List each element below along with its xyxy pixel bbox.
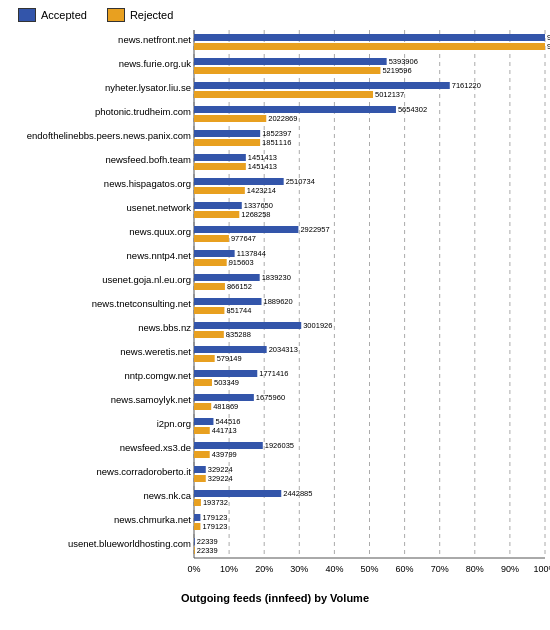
svg-text:1839230: 1839230 xyxy=(262,273,291,282)
svg-rect-105 xyxy=(194,418,213,425)
svg-rect-110 xyxy=(194,442,263,449)
svg-text:70%: 70% xyxy=(431,564,449,574)
svg-rect-60 xyxy=(194,202,242,209)
svg-text:1451413: 1451413 xyxy=(248,153,277,162)
svg-rect-65 xyxy=(194,226,298,233)
svg-text:100%: 100% xyxy=(533,564,550,574)
svg-text:nyheter.lysator.liu.se: nyheter.lysator.liu.se xyxy=(105,82,191,93)
svg-rect-42 xyxy=(194,115,266,122)
svg-text:1852397: 1852397 xyxy=(262,129,291,138)
svg-text:photonic.trudheim.com: photonic.trudheim.com xyxy=(95,106,191,117)
svg-rect-52 xyxy=(194,163,246,170)
svg-text:news.furie.org.uk: news.furie.org.uk xyxy=(119,58,192,69)
svg-text:0%: 0% xyxy=(187,564,200,574)
svg-rect-127 xyxy=(194,523,200,530)
svg-text:endofthelinebbs.peers.news.pan: endofthelinebbs.peers.news.panix.com xyxy=(27,130,191,141)
svg-text:1926035: 1926035 xyxy=(265,441,294,450)
svg-text:news.bbs.nz: news.bbs.nz xyxy=(138,322,191,333)
svg-text:20%: 20% xyxy=(255,564,273,574)
svg-text:news.hispagatos.org: news.hispagatos.org xyxy=(104,178,191,189)
svg-rect-102 xyxy=(194,403,211,410)
chart-container: Accepted Rejected 0%10%20%30%40%50%60%70… xyxy=(0,0,550,630)
svg-text:90%: 90% xyxy=(501,564,519,574)
svg-rect-70 xyxy=(194,250,235,257)
svg-text:news.quux.org: news.quux.org xyxy=(129,226,191,237)
svg-text:news.nntp4.net: news.nntp4.net xyxy=(127,250,192,261)
svg-text:news.nk.ca: news.nk.ca xyxy=(143,490,191,501)
svg-rect-130 xyxy=(194,538,195,545)
svg-rect-50 xyxy=(194,154,246,161)
svg-rect-30 xyxy=(194,58,387,65)
svg-rect-117 xyxy=(194,475,206,482)
svg-rect-125 xyxy=(194,514,200,521)
svg-text:5654302: 5654302 xyxy=(398,105,427,114)
svg-text:30%: 30% xyxy=(290,564,308,574)
svg-text:50%: 50% xyxy=(360,564,378,574)
svg-text:866152: 866152 xyxy=(227,282,252,291)
svg-rect-40 xyxy=(194,106,396,113)
svg-text:2034313: 2034313 xyxy=(269,345,298,354)
svg-text:40%: 40% xyxy=(325,564,343,574)
svg-text:329224: 329224 xyxy=(208,474,233,483)
svg-rect-57 xyxy=(194,187,245,194)
svg-text:usenet.network: usenet.network xyxy=(127,202,192,213)
svg-rect-115 xyxy=(194,466,206,473)
svg-text:newsfeed.bofh.team: newsfeed.bofh.team xyxy=(105,154,191,165)
svg-text:179123: 179123 xyxy=(202,522,227,531)
svg-rect-120 xyxy=(194,490,281,497)
svg-text:915603: 915603 xyxy=(229,258,254,267)
legend: Accepted Rejected xyxy=(18,8,542,22)
svg-rect-82 xyxy=(194,307,224,314)
svg-text:60%: 60% xyxy=(396,564,414,574)
legend-accepted-box xyxy=(18,8,36,22)
svg-text:5012137: 5012137 xyxy=(375,90,404,99)
svg-rect-100 xyxy=(194,394,254,401)
svg-text:22339: 22339 xyxy=(197,546,218,555)
svg-text:news.samoylyk.net: news.samoylyk.net xyxy=(111,394,192,405)
svg-text:1423214: 1423214 xyxy=(247,186,276,195)
svg-text:1451413: 1451413 xyxy=(248,162,277,171)
svg-text:481869: 481869 xyxy=(213,402,238,411)
svg-text:329224: 329224 xyxy=(208,465,233,474)
svg-text:usenet.goja.nl.eu.org: usenet.goja.nl.eu.org xyxy=(102,274,191,285)
svg-rect-45 xyxy=(194,130,260,137)
legend-accepted: Accepted xyxy=(18,8,87,22)
svg-text:3001926: 3001926 xyxy=(303,321,332,330)
svg-text:10%: 10% xyxy=(220,564,238,574)
svg-rect-122 xyxy=(194,499,201,506)
svg-rect-27 xyxy=(194,43,545,50)
svg-text:1851116: 1851116 xyxy=(262,138,291,147)
svg-text:1771416: 1771416 xyxy=(259,369,288,378)
svg-text:news.corradoroberto.it: news.corradoroberto.it xyxy=(96,466,191,477)
legend-accepted-label: Accepted xyxy=(41,9,87,21)
svg-rect-75 xyxy=(194,274,260,281)
svg-text:i2pn.org: i2pn.org xyxy=(157,418,191,429)
svg-rect-90 xyxy=(194,346,267,353)
svg-rect-35 xyxy=(194,82,450,89)
svg-rect-95 xyxy=(194,370,257,377)
legend-rejected-box xyxy=(107,8,125,22)
svg-text:1889620: 1889620 xyxy=(263,297,292,306)
svg-rect-37 xyxy=(194,91,373,98)
svg-rect-25 xyxy=(194,34,545,41)
svg-text:441713: 441713 xyxy=(212,426,237,435)
svg-text:news.chmurka.net: news.chmurka.net xyxy=(114,514,191,525)
svg-rect-72 xyxy=(194,259,227,266)
svg-rect-80 xyxy=(194,298,261,305)
svg-rect-55 xyxy=(194,178,284,185)
svg-rect-132 xyxy=(194,547,195,554)
svg-rect-67 xyxy=(194,235,229,242)
svg-rect-85 xyxy=(194,322,301,329)
svg-rect-92 xyxy=(194,355,215,362)
svg-text:835288: 835288 xyxy=(226,330,251,339)
svg-text:977647: 977647 xyxy=(231,234,256,243)
svg-rect-87 xyxy=(194,331,224,338)
svg-text:1137844: 1137844 xyxy=(237,249,266,258)
svg-text:news.netfront.net: news.netfront.net xyxy=(118,34,191,45)
svg-text:5219596: 5219596 xyxy=(382,66,411,75)
svg-text:1675960: 1675960 xyxy=(256,393,285,402)
svg-rect-107 xyxy=(194,427,210,434)
legend-rejected-label: Rejected xyxy=(130,9,173,21)
svg-text:usenet.blueworldhosting.com: usenet.blueworldhosting.com xyxy=(68,538,191,549)
legend-rejected: Rejected xyxy=(107,8,173,22)
